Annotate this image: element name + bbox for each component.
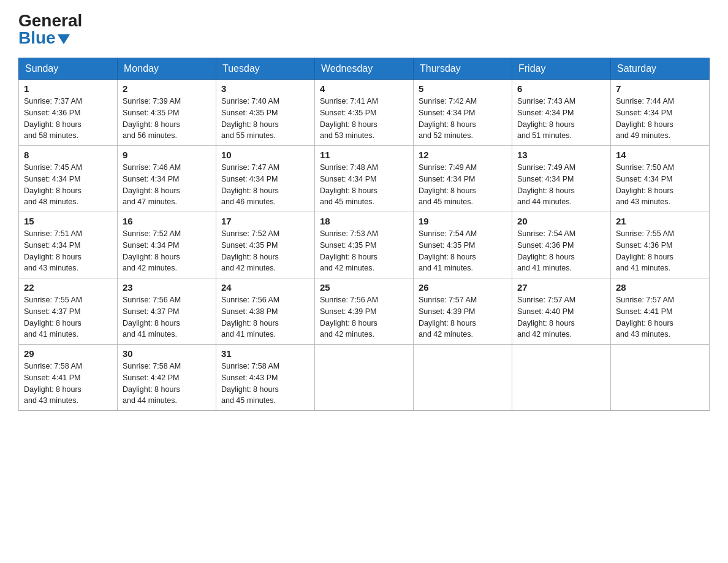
- day-number: 27: [517, 282, 605, 293]
- day-info: Sunrise: 7:49 AMSunset: 4:34 PMDaylight:…: [517, 163, 575, 206]
- calendar-header-wednesday: Wednesday: [315, 58, 414, 80]
- calendar-cell: 9 Sunrise: 7:46 AMSunset: 4:34 PMDayligh…: [118, 146, 216, 212]
- calendar-cell: 11 Sunrise: 7:48 AMSunset: 4:34 PMDaylig…: [315, 146, 414, 212]
- day-info: Sunrise: 7:44 AMSunset: 4:34 PMDaylight:…: [616, 97, 674, 140]
- calendar-header-row: SundayMondayTuesdayWednesdayThursdayFrid…: [19, 58, 710, 80]
- day-info: Sunrise: 7:56 AMSunset: 4:37 PMDaylight:…: [123, 296, 181, 339]
- calendar-cell: 1 Sunrise: 7:37 AMSunset: 4:36 PMDayligh…: [19, 80, 118, 146]
- logo: General Blue: [18, 12, 82, 47]
- calendar-cell: 3 Sunrise: 7:40 AMSunset: 4:35 PMDayligh…: [216, 80, 315, 146]
- day-info: Sunrise: 7:58 AMSunset: 4:41 PMDaylight:…: [24, 362, 82, 405]
- day-info: Sunrise: 7:41 AMSunset: 4:35 PMDaylight:…: [320, 97, 378, 140]
- calendar-cell: 28 Sunrise: 7:57 AMSunset: 4:41 PMDaylig…: [611, 278, 710, 345]
- calendar-cell: [315, 345, 414, 411]
- day-number: 26: [419, 282, 507, 293]
- calendar-cell: 24 Sunrise: 7:56 AMSunset: 4:38 PMDaylig…: [216, 278, 315, 345]
- day-number: 23: [123, 282, 211, 293]
- day-number: 6: [517, 83, 605, 94]
- day-number: 5: [419, 83, 507, 94]
- calendar-cell: 5 Sunrise: 7:42 AMSunset: 4:34 PMDayligh…: [414, 80, 512, 146]
- day-number: 8: [24, 150, 112, 160]
- day-info: Sunrise: 7:54 AMSunset: 4:35 PMDaylight:…: [419, 229, 477, 272]
- day-info: Sunrise: 7:55 AMSunset: 4:37 PMDaylight:…: [24, 296, 82, 339]
- calendar-week-row: 29 Sunrise: 7:58 AMSunset: 4:41 PMDaylig…: [19, 345, 710, 411]
- calendar-cell: 18 Sunrise: 7:53 AMSunset: 4:35 PMDaylig…: [315, 212, 414, 278]
- day-info: Sunrise: 7:49 AMSunset: 4:34 PMDaylight:…: [419, 163, 477, 206]
- day-number: 25: [320, 282, 408, 293]
- calendar-cell: 26 Sunrise: 7:57 AMSunset: 4:39 PMDaylig…: [414, 278, 512, 345]
- day-info: Sunrise: 7:55 AMSunset: 4:36 PMDaylight:…: [616, 229, 674, 272]
- day-number: 29: [24, 348, 112, 359]
- day-number: 16: [123, 216, 211, 226]
- day-number: 9: [123, 150, 211, 160]
- day-info: Sunrise: 7:42 AMSunset: 4:34 PMDaylight:…: [419, 97, 477, 140]
- calendar-table: SundayMondayTuesdayWednesdayThursdayFrid…: [18, 58, 710, 411]
- day-info: Sunrise: 7:51 AMSunset: 4:34 PMDaylight:…: [24, 229, 82, 272]
- day-number: 18: [320, 216, 408, 226]
- calendar-cell: 8 Sunrise: 7:45 AMSunset: 4:34 PMDayligh…: [19, 146, 118, 212]
- day-number: 28: [616, 282, 704, 293]
- page-header: General Blue: [18, 12, 710, 47]
- day-number: 24: [221, 282, 309, 293]
- calendar-week-row: 8 Sunrise: 7:45 AMSunset: 4:34 PMDayligh…: [19, 146, 710, 212]
- day-number: 3: [221, 83, 309, 94]
- calendar-cell: 23 Sunrise: 7:56 AMSunset: 4:37 PMDaylig…: [118, 278, 216, 345]
- day-info: Sunrise: 7:47 AMSunset: 4:34 PMDaylight:…: [221, 163, 279, 206]
- day-number: 13: [517, 150, 605, 160]
- calendar-header-saturday: Saturday: [611, 58, 710, 80]
- calendar-cell: 2 Sunrise: 7:39 AMSunset: 4:35 PMDayligh…: [118, 80, 216, 146]
- calendar-header-monday: Monday: [118, 58, 216, 80]
- calendar-cell: [414, 345, 512, 411]
- day-number: 10: [221, 150, 309, 160]
- day-info: Sunrise: 7:48 AMSunset: 4:34 PMDaylight:…: [320, 163, 378, 206]
- calendar-cell: [611, 345, 710, 411]
- day-number: 2: [123, 83, 211, 94]
- day-number: 1: [24, 83, 112, 94]
- calendar-header-tuesday: Tuesday: [216, 58, 315, 80]
- day-info: Sunrise: 7:52 AMSunset: 4:35 PMDaylight:…: [221, 229, 279, 272]
- day-info: Sunrise: 7:46 AMSunset: 4:34 PMDaylight:…: [123, 163, 181, 206]
- calendar-cell: 21 Sunrise: 7:55 AMSunset: 4:36 PMDaylig…: [611, 212, 710, 278]
- day-number: 30: [123, 348, 211, 359]
- calendar-cell: 19 Sunrise: 7:54 AMSunset: 4:35 PMDaylig…: [414, 212, 512, 278]
- calendar-cell: 27 Sunrise: 7:57 AMSunset: 4:40 PMDaylig…: [512, 278, 611, 345]
- logo-general-text: General: [18, 12, 82, 29]
- calendar-cell: 17 Sunrise: 7:52 AMSunset: 4:35 PMDaylig…: [216, 212, 315, 278]
- calendar-cell: 12 Sunrise: 7:49 AMSunset: 4:34 PMDaylig…: [414, 146, 512, 212]
- calendar-cell: 22 Sunrise: 7:55 AMSunset: 4:37 PMDaylig…: [19, 278, 118, 345]
- calendar-week-row: 22 Sunrise: 7:55 AMSunset: 4:37 PMDaylig…: [19, 278, 710, 345]
- day-number: 12: [419, 150, 507, 160]
- day-info: Sunrise: 7:39 AMSunset: 4:35 PMDaylight:…: [123, 97, 181, 140]
- calendar-cell: 13 Sunrise: 7:49 AMSunset: 4:34 PMDaylig…: [512, 146, 611, 212]
- calendar-cell: 30 Sunrise: 7:58 AMSunset: 4:42 PMDaylig…: [118, 345, 216, 411]
- day-number: 17: [221, 216, 309, 226]
- calendar-week-row: 1 Sunrise: 7:37 AMSunset: 4:36 PMDayligh…: [19, 80, 710, 146]
- day-number: 31: [221, 348, 309, 359]
- day-info: Sunrise: 7:40 AMSunset: 4:35 PMDaylight:…: [221, 97, 279, 140]
- day-number: 15: [24, 216, 112, 226]
- day-number: 11: [320, 150, 408, 160]
- calendar-cell: 25 Sunrise: 7:56 AMSunset: 4:39 PMDaylig…: [315, 278, 414, 345]
- calendar-cell: [512, 345, 611, 411]
- day-info: Sunrise: 7:56 AMSunset: 4:38 PMDaylight:…: [221, 296, 279, 339]
- calendar-header-friday: Friday: [512, 58, 611, 80]
- calendar-cell: 4 Sunrise: 7:41 AMSunset: 4:35 PMDayligh…: [315, 80, 414, 146]
- day-number: 14: [616, 150, 704, 160]
- day-info: Sunrise: 7:43 AMSunset: 4:34 PMDaylight:…: [517, 97, 575, 140]
- calendar-cell: 10 Sunrise: 7:47 AMSunset: 4:34 PMDaylig…: [216, 146, 315, 212]
- calendar-week-row: 15 Sunrise: 7:51 AMSunset: 4:34 PMDaylig…: [19, 212, 710, 278]
- day-number: 20: [517, 216, 605, 226]
- day-number: 21: [616, 216, 704, 226]
- day-info: Sunrise: 7:52 AMSunset: 4:34 PMDaylight:…: [123, 229, 181, 272]
- calendar-cell: 31 Sunrise: 7:58 AMSunset: 4:43 PMDaylig…: [216, 345, 315, 411]
- day-info: Sunrise: 7:54 AMSunset: 4:36 PMDaylight:…: [517, 229, 575, 272]
- day-info: Sunrise: 7:57 AMSunset: 4:40 PMDaylight:…: [517, 296, 575, 339]
- day-info: Sunrise: 7:45 AMSunset: 4:34 PMDaylight:…: [24, 163, 82, 206]
- day-info: Sunrise: 7:58 AMSunset: 4:43 PMDaylight:…: [221, 362, 279, 405]
- calendar-cell: 20 Sunrise: 7:54 AMSunset: 4:36 PMDaylig…: [512, 212, 611, 278]
- day-number: 4: [320, 83, 408, 94]
- calendar-header-sunday: Sunday: [19, 58, 118, 80]
- calendar-cell: 29 Sunrise: 7:58 AMSunset: 4:41 PMDaylig…: [19, 345, 118, 411]
- day-number: 22: [24, 282, 112, 293]
- calendar-cell: 15 Sunrise: 7:51 AMSunset: 4:34 PMDaylig…: [19, 212, 118, 278]
